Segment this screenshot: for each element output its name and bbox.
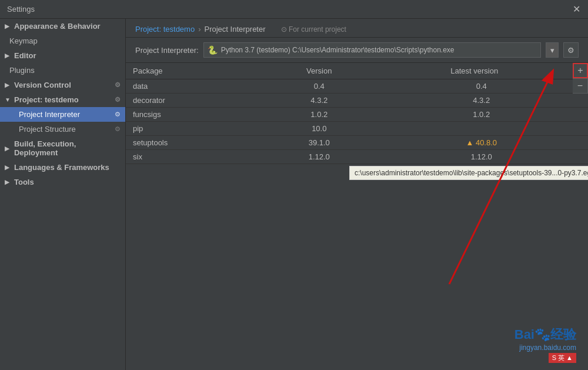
package-latest-version: 4.3.2 — [375, 94, 588, 108]
sidebar-item-label: Build, Execution, Deployment — [14, 139, 121, 157]
package-version: 1.0.2 — [263, 108, 375, 122]
sidebar-item-editor[interactable]: ▶ Editor — [0, 48, 125, 63]
sidebar-item-project-structure[interactable]: Project Structure ⚙ — [0, 122, 125, 136]
table-side-buttons: + − — [573, 63, 588, 94]
interpreter-select-value: Python 3.7 (testdemo) C:\Users\Administr… — [221, 46, 537, 54]
col-header-version: Version — [263, 63, 375, 79]
table-row[interactable]: decorator4.3.24.3.2 — [126, 94, 588, 108]
content-area: Project: testdemo › Project Interpreter … — [126, 19, 588, 370]
gear-icon: ⚙ — [115, 81, 121, 89]
sidebar-item-build-execution[interactable]: ▶ Build, Execution, Deployment — [0, 136, 125, 160]
package-version: 1.12.0 — [263, 150, 375, 164]
interpreter-label: Project Interpreter: — [135, 46, 199, 55]
package-latest-version: 1.12.0 — [375, 150, 588, 164]
interpreter-settings-button[interactable]: ⚙ — [563, 42, 579, 58]
title-bar-title: Settings — [7, 5, 572, 14]
main-container: ▶ Appearance & Behavior Keymap ▶ Editor … — [0, 19, 588, 370]
remove-package-button[interactable]: − — [573, 78, 588, 94]
sidebar-item-label: Keymap — [9, 36, 38, 45]
pip-tooltip: c:\users\administrator\testdemo\lib\site… — [349, 166, 588, 180]
sidebar-item-label: Project Structure — [19, 125, 76, 134]
package-version: 0.4 — [263, 79, 375, 94]
sidebar-item-keymap[interactable]: Keymap — [0, 34, 125, 48]
package-latest-version — [375, 122, 588, 136]
breadcrumb-separator: › — [198, 25, 201, 34]
table-row[interactable]: pip10.0 — [126, 122, 588, 136]
breadcrumb-project-link[interactable]: Project: testdemo — [135, 25, 195, 34]
chevron-right-icon: ▶ — [5, 145, 11, 152]
col-header-package: Package — [126, 63, 263, 79]
sidebar-item-tools[interactable]: ▶ Tools — [0, 175, 125, 189]
sidebar-item-label: Editor — [14, 51, 36, 60]
chevron-down-icon: ▾ — [550, 46, 554, 55]
table-row[interactable]: setuptools39.1.0▲ 40.8.0 — [126, 136, 588, 150]
python-icon: 🐍 — [208, 45, 218, 55]
breadcrumb-current: Project Interpreter — [205, 25, 266, 34]
plus-icon: + — [577, 65, 583, 76]
gear-icon: ⚙ — [115, 96, 121, 104]
interpreter-dropdown-button[interactable]: ▾ — [546, 42, 559, 58]
package-version: 39.1.0 — [263, 136, 375, 150]
package-version: 10.0 — [263, 122, 375, 136]
table-row[interactable]: funcsigs1.0.21.0.2 — [126, 108, 588, 122]
sidebar-item-appearance[interactable]: ▶ Appearance & Behavior — [0, 19, 125, 34]
sidebar-item-label: Appearance & Behavior — [14, 22, 101, 31]
chevron-right-icon: ▶ — [5, 164, 11, 171]
add-package-button[interactable]: + — [573, 63, 588, 78]
gear-icon: ⚙ — [115, 111, 121, 118]
sidebar-item-languages-frameworks[interactable]: ▶ Languages & Frameworks — [0, 160, 125, 175]
sidebar-item-label: Project: testdemo — [14, 95, 79, 104]
gear-icon: ⚙ — [567, 46, 574, 55]
close-button[interactable]: ✕ — [572, 5, 581, 14]
col-header-latest: Latest version — [375, 63, 588, 79]
chevron-right-icon: ▶ — [5, 82, 11, 88]
package-name: six — [126, 150, 263, 164]
breadcrumb: Project: testdemo › Project Interpreter … — [126, 19, 588, 38]
chevron-right-icon: ▶ — [5, 52, 11, 59]
package-latest-version: 0.4 — [375, 79, 588, 94]
sidebar-item-label: Plugins — [9, 66, 35, 75]
watermark: Bai🐾经验 jingyan.baidu.com S 英 ▲ — [514, 326, 576, 363]
breadcrumb-project-scope: ⊙ For current project — [281, 25, 346, 34]
package-latest-version: ▲ 40.8.0 — [375, 136, 588, 150]
package-name: decorator — [126, 94, 263, 108]
chevron-right-icon: ▶ — [5, 179, 11, 185]
sidebar-item-version-control[interactable]: ▶ Version Control ⚙ — [0, 78, 125, 92]
watermark-text: Bai🐾经验 — [514, 326, 576, 344]
gear-icon: ⚙ — [115, 125, 121, 133]
package-version: 4.3.2 — [263, 94, 375, 108]
package-name: pip — [126, 122, 263, 136]
package-latest-version: 1.0.2 — [375, 108, 588, 122]
package-name: data — [126, 79, 263, 94]
sidebar-item-project-interpreter[interactable]: Project Interpreter ⚙ — [0, 107, 125, 122]
sidebar-item-label: Project Interpreter — [19, 110, 80, 119]
watermark-badge: S 英 ▲ — [549, 353, 576, 363]
sidebar-item-label: Version Control — [14, 81, 71, 89]
minus-icon: − — [577, 81, 583, 91]
package-name: funcsigs — [126, 108, 263, 122]
package-name: setuptools — [126, 136, 263, 150]
sidebar-item-project-testdemo[interactable]: ▼ Project: testdemo ⚙ — [0, 92, 125, 107]
packages-table-container: Package Version Latest version data0.40.… — [126, 63, 588, 370]
table-row[interactable]: six1.12.01.12.0 — [126, 150, 588, 164]
packages-table: Package Version Latest version data0.40.… — [126, 63, 588, 164]
sidebar-item-plugins[interactable]: Plugins — [0, 63, 125, 78]
title-bar: Settings ✕ — [0, 0, 588, 19]
sidebar-item-label: Languages & Frameworks — [14, 163, 109, 172]
chevron-right-icon: ▶ — [5, 23, 11, 29]
interpreter-select[interactable]: 🐍 Python 3.7 (testdemo) C:\Users\Adminis… — [203, 42, 541, 58]
tooltip-text: c:\users\administrator\testdemo\lib\site… — [355, 169, 588, 177]
chevron-down-icon: ▼ — [5, 96, 11, 103]
watermark-subtext: jingyan.baidu.com — [514, 344, 576, 352]
table-row[interactable]: data0.40.4 — [126, 79, 588, 94]
sidebar: ▶ Appearance & Behavior Keymap ▶ Editor … — [0, 19, 126, 370]
sidebar-item-label: Tools — [14, 178, 34, 186]
interpreter-row: Project Interpreter: 🐍 Python 3.7 (testd… — [126, 38, 588, 63]
